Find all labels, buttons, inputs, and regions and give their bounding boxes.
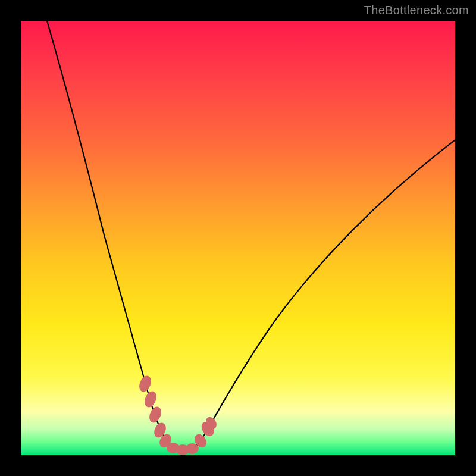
highlight-dot: [142, 390, 158, 409]
highlight-dot: [186, 443, 199, 454]
stage: TheBottleneck.com: [0, 0, 476, 476]
watermark-text: TheBottleneck.com: [364, 4, 469, 17]
highlight-dot: [147, 405, 163, 425]
bottleneck-plot: [21, 21, 455, 455]
curve-svg: [21, 21, 455, 455]
highlight-group: [137, 374, 218, 455]
highlight-dot: [137, 374, 153, 394]
bottleneck-curve-path: [47, 21, 455, 451]
